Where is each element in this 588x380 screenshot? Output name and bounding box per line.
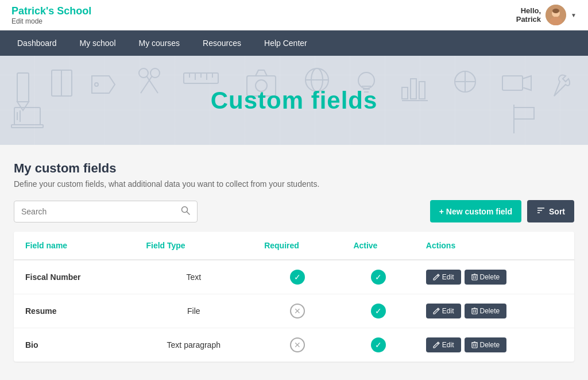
svg-marker-34	[523, 76, 531, 90]
hello-text: Hello, Patrick	[516, 6, 541, 24]
edit-icon	[433, 341, 440, 348]
hero-banner: Custom fields	[0, 56, 588, 145]
svg-rect-52	[472, 309, 477, 314]
svg-line-12	[146, 76, 158, 93]
nav-my-school[interactable]: My school	[68, 30, 127, 56]
svg-rect-5	[17, 73, 29, 102]
user-section: Hello, Patrick ▼	[516, 5, 577, 25]
active-check-icon: ✓	[371, 304, 386, 318]
delete-button[interactable]: Delete	[465, 337, 507, 352]
required-cell: ✕	[253, 328, 342, 362]
edit-button[interactable]: Edit	[426, 304, 461, 318]
required-cell: ✕	[253, 294, 342, 328]
field-name-cell: Fiscal Number	[14, 260, 134, 294]
svg-rect-35	[14, 108, 40, 125]
nav-resources[interactable]: Resources	[191, 30, 253, 56]
field-type-cell: Text	[134, 260, 253, 294]
field-name-cell: Resume	[14, 294, 134, 328]
required-check-icon: ✓	[290, 270, 305, 285]
svg-rect-38	[11, 125, 43, 128]
svg-rect-26	[402, 87, 408, 99]
top-header: Patrick's School Edit mode Hello, Patric…	[0, 0, 588, 30]
action-buttons: Edit Delete	[426, 270, 563, 285]
field-type-cell: Text paragraph	[134, 328, 253, 362]
table-row: Bio Text paragraph ✕ ✓ Edit	[14, 328, 574, 362]
active-cell: ✓	[342, 260, 414, 294]
edit-button[interactable]: Edit	[426, 337, 461, 352]
field-type-cell: File	[134, 294, 253, 328]
th-required: Required	[253, 232, 342, 260]
th-actions: Actions	[415, 232, 574, 260]
active-cell: ✓	[342, 294, 414, 328]
delete-icon	[471, 274, 478, 281]
table-header: Field name Field Type Required Active Ac…	[14, 232, 574, 260]
field-name-cell: Bio	[14, 328, 134, 362]
sort-label: Sort	[549, 207, 565, 216]
svg-rect-33	[502, 76, 523, 90]
svg-point-9	[95, 83, 98, 86]
brand-title: Patrick's School	[11, 5, 91, 17]
svg-rect-58	[472, 343, 477, 348]
nav-help-center[interactable]: Help Center	[253, 30, 319, 56]
search-icon	[181, 206, 190, 217]
action-buttons: Edit Delete	[426, 304, 563, 318]
content-area: My custom fields Define your custom fiel…	[0, 145, 588, 375]
table-row: Resume File ✕ ✓ Edit	[14, 294, 574, 328]
search-input[interactable]	[21, 207, 176, 216]
svg-line-57	[437, 343, 438, 344]
avatar-image	[546, 5, 566, 25]
active-check-icon: ✓	[371, 337, 386, 352]
nav-dashboard[interactable]: Dashboard	[6, 30, 68, 56]
toolbar-right: + New custom field Sort	[430, 200, 574, 222]
custom-fields-table: Field name Field Type Required Active Ac…	[14, 232, 574, 362]
section-description: Define your custom fields, what addition…	[14, 179, 574, 189]
active-check-icon: ✓	[371, 270, 386, 285]
svg-rect-46	[472, 275, 477, 280]
delete-icon	[471, 308, 478, 314]
table-body: Fiscal Number Text ✓ ✓ Edit	[14, 260, 574, 362]
svg-line-13	[141, 76, 152, 93]
edit-icon	[433, 274, 440, 281]
edit-button[interactable]: Edit	[426, 270, 461, 285]
toolbar: + New custom field Sort	[14, 200, 574, 222]
svg-point-4	[552, 9, 559, 13]
action-buttons: Edit Delete	[426, 337, 563, 352]
section-title: My custom fields	[14, 161, 574, 176]
brand-section: Patrick's School Edit mode	[11, 5, 91, 25]
th-active: Active	[342, 232, 414, 260]
required-cross-icon: ✕	[290, 337, 305, 352]
required-cross-icon: ✕	[290, 304, 305, 318]
delete-button[interactable]: Delete	[465, 270, 507, 285]
actions-cell: Edit Delete	[415, 328, 574, 362]
edit-mode-label: Edit mode	[11, 17, 91, 25]
svg-line-51	[437, 309, 438, 310]
edit-icon	[433, 308, 440, 314]
avatar	[546, 5, 566, 25]
svg-line-41	[187, 212, 190, 214]
th-field-name: Field name	[14, 232, 134, 260]
actions-cell: Edit Delete	[415, 260, 574, 294]
new-custom-field-button[interactable]: + New custom field	[430, 200, 521, 222]
svg-rect-27	[411, 79, 416, 99]
sort-button[interactable]: Sort	[527, 200, 574, 222]
table-row: Fiscal Number Text ✓ ✓ Edit	[14, 260, 574, 294]
svg-line-45	[437, 275, 438, 277]
required-cell: ✓	[253, 260, 342, 294]
user-menu-chevron[interactable]: ▼	[571, 12, 577, 18]
sort-icon	[536, 206, 546, 217]
active-cell: ✓	[342, 328, 414, 362]
svg-marker-6	[17, 102, 29, 110]
actions-cell: Edit Delete	[415, 294, 574, 328]
delete-button[interactable]: Delete	[465, 304, 507, 318]
main-nav: Dashboard My school My courses Resources…	[0, 30, 588, 56]
delete-icon	[471, 341, 478, 348]
search-box	[14, 201, 198, 222]
svg-rect-28	[419, 82, 425, 99]
th-field-type: Field Type	[134, 232, 253, 260]
page-title: Custom fields	[211, 87, 378, 114]
nav-my-courses[interactable]: My courses	[127, 30, 192, 56]
